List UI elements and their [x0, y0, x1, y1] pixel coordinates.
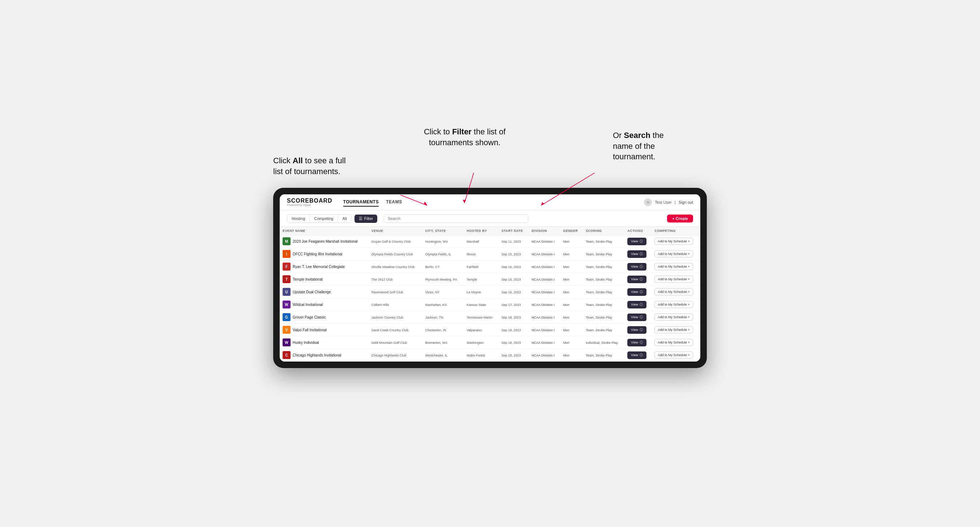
add-schedule-button[interactable]: Add to My Schedule + — [654, 351, 693, 359]
nav-tab-tournaments[interactable]: TOURNAMENTS — [343, 198, 379, 206]
team-logo: G — [283, 313, 291, 321]
action-cell: View ⓘ — [624, 311, 652, 324]
venue-cell: Gold Mountain Golf Club — [369, 336, 422, 349]
filter-icon: ☰ — [359, 216, 363, 221]
gender-text: Men — [563, 329, 570, 332]
view-button[interactable]: View ⓘ — [627, 326, 646, 334]
create-button[interactable]: + Create — [667, 214, 693, 222]
scoring-cell: Individual, Stroke Play — [583, 336, 624, 349]
city-cell: Manhattan, KS — [422, 298, 464, 311]
action-cell: View ⓘ — [624, 324, 652, 336]
tab-all[interactable]: All — [338, 214, 351, 222]
event-name-text: OFCC Fighting Illini Invitational — [293, 252, 342, 256]
division-text: NCAA Division I — [531, 316, 555, 319]
scoring-cell: Team, Stroke Play — [583, 349, 624, 362]
gender-text: Men — [563, 354, 570, 357]
add-schedule-button[interactable]: Add to My Schedule + — [654, 326, 693, 333]
view-button[interactable]: View ⓘ — [627, 250, 646, 258]
separator: | — [675, 200, 676, 205]
logo-sub: Powered by clippd — [287, 204, 332, 206]
table-row: V Valpo Fall Invitational Sand Creek Cou… — [280, 324, 700, 336]
venue-cell: Ravenwood Golf Club — [369, 286, 422, 298]
search-input[interactable] — [384, 214, 528, 223]
event-name-text: Grover Page Classic — [293, 315, 326, 319]
competing-cell: Add to My Schedule + — [652, 324, 700, 336]
city-cell: Chesterton, IN — [422, 324, 464, 336]
scoring-cell: Team, Stroke Play — [583, 286, 624, 298]
hosted-text: Temple — [467, 278, 477, 281]
competing-cell: Add to My Schedule + — [652, 311, 700, 324]
hosted-cell: Illinois — [464, 248, 499, 260]
date-text: Sep 18, 2023 — [501, 329, 521, 332]
user-name: Test User — [655, 200, 671, 205]
event-name-cell-4: U Upstate Dual Challenge — [280, 286, 369, 298]
event-name-text: Chicago Highlands Invitational — [293, 353, 342, 357]
add-schedule-button[interactable]: Add to My Schedule + — [654, 314, 693, 321]
hosted-text: Washington — [467, 341, 484, 344]
tab-competing[interactable]: Competing — [310, 214, 338, 222]
page-wrapper: Click All to see a full list of tourname… — [273, 159, 707, 368]
division-cell: NCAA Division I — [529, 235, 560, 248]
scoring-cell: Team, Stroke Play — [583, 324, 624, 336]
filter-button[interactable]: ☰ Filter — [355, 214, 377, 223]
tab-hosting[interactable]: Hosting — [287, 214, 310, 222]
gender-cell: Men — [560, 260, 583, 273]
add-schedule-button[interactable]: Add to My Schedule + — [654, 288, 693, 295]
table-header-row: EVENT NAME VENUE CITY, STATE HOSTED BY S… — [280, 227, 700, 235]
info-icon: ⓘ — [640, 328, 643, 332]
annotation-top-right: Or Search thename of thetournament. — [613, 130, 707, 162]
filter-label: Filter — [364, 216, 373, 221]
scoring-cell: Team, Stroke Play — [583, 273, 624, 286]
view-button[interactable]: View ⓘ — [627, 276, 646, 283]
venue-cell: Colbert Hills — [369, 298, 422, 311]
date-text: Sep 18, 2023 — [501, 316, 521, 319]
hosted-cell: Wake Forest — [464, 349, 499, 362]
scoring-text: Team, Stroke Play — [586, 278, 612, 281]
view-button[interactable]: View ⓘ — [627, 351, 646, 359]
view-button[interactable]: View ⓘ — [627, 314, 646, 321]
add-schedule-button[interactable]: Add to My Schedule + — [654, 276, 693, 283]
view-button[interactable]: View ⓘ — [627, 288, 646, 296]
division-text: NCAA Division I — [531, 303, 555, 307]
view-button[interactable]: View ⓘ — [627, 339, 646, 346]
table-row: W Husky Individual Gold Mountain Golf Cl… — [280, 336, 700, 349]
tournaments-table: EVENT NAME VENUE CITY, STATE HOSTED BY S… — [280, 227, 700, 362]
add-schedule-button[interactable]: Add to My Schedule + — [654, 250, 693, 257]
view-button[interactable]: View ⓘ — [627, 301, 646, 308]
scoring-text: Team, Stroke Play — [586, 240, 612, 243]
add-schedule-button[interactable]: Add to My Schedule + — [654, 301, 693, 308]
add-schedule-button[interactable]: Add to My Schedule + — [654, 238, 693, 245]
date-cell: Sep 18, 2023 — [499, 311, 529, 324]
action-cell: View ⓘ — [624, 336, 652, 349]
venue-cell: Olympia Fields Country Club — [369, 248, 422, 260]
action-cell: View ⓘ — [624, 248, 652, 260]
info-icon: ⓘ — [640, 315, 643, 320]
col-actions: ACTIONS — [624, 227, 652, 235]
add-schedule-button[interactable]: Add to My Schedule + — [654, 263, 693, 270]
gender-text: Men — [563, 265, 570, 269]
scoring-cell: Team, Stroke Play — [583, 260, 624, 273]
date-cell: Sep 11, 2023 — [499, 235, 529, 248]
table-row: G Grover Page Classic Jackson Country Cl… — [280, 311, 700, 324]
city-text: Victor, NY — [425, 290, 440, 294]
view-button[interactable]: View ⓘ — [627, 238, 646, 245]
date-text: Sep 11, 2023 — [501, 240, 521, 243]
info-icon: ⓘ — [640, 264, 643, 269]
scoring-cell: Team, Stroke Play — [583, 298, 624, 311]
nav-tab-teams[interactable]: TEAMS — [386, 198, 402, 206]
venue-text: Sand Creek Country Club — [371, 329, 409, 332]
view-button[interactable]: View ⓘ — [627, 263, 646, 271]
action-cell: View ⓘ — [624, 235, 652, 248]
gender-cell: Men — [560, 336, 583, 349]
scoring-text: Team, Stroke Play — [586, 329, 612, 332]
team-logo: V — [283, 326, 291, 334]
avatar: U — [644, 198, 652, 206]
hosted-cell: Kansas State — [464, 298, 499, 311]
add-schedule-button[interactable]: Add to My Schedule + — [654, 339, 693, 346]
table-row: F Ryan T. Lee Memorial Collegiate Shuttl… — [280, 260, 700, 273]
team-logo: M — [283, 237, 291, 245]
info-icon: ⓘ — [640, 353, 643, 357]
city-cell: Victor, NY — [422, 286, 464, 298]
nav-tabs: TOURNAMENTS TEAMS — [343, 198, 402, 206]
signout-link[interactable]: Sign out — [679, 200, 693, 205]
